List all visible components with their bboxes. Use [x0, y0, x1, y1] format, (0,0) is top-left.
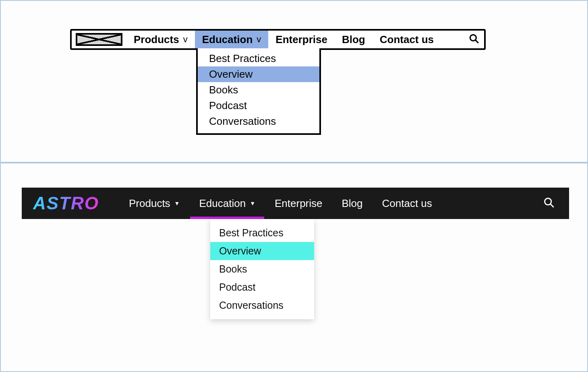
- dropdown-item-best-practices[interactable]: Best Practices: [210, 224, 314, 242]
- nav-item-enterprise[interactable]: Enterprise: [268, 31, 335, 48]
- brand-logo[interactable]: astro: [33, 193, 99, 213]
- wireframe-panel: Products v Education v Enterprise Blog C…: [1, 1, 587, 163]
- nav-items: Products ▼ Education ▼ Enterprise Blog C…: [119, 188, 442, 219]
- dropdown-item-conversations[interactable]: Conversations: [210, 296, 314, 314]
- site-navbar: astro Products ▼ Education ▼ Enterprise …: [22, 188, 569, 219]
- wireframe-dropdown-education: Best Practices Overview Books Podcast Co…: [196, 48, 321, 135]
- nav-item-label: Products: [134, 33, 179, 46]
- nav-item-label: Blog: [342, 197, 362, 210]
- nav-item-contact-us[interactable]: Contact us: [373, 188, 442, 219]
- nav-item-education[interactable]: Education v: [195, 31, 269, 48]
- nav-item-label: Enterprise: [275, 33, 327, 46]
- chevron-down-icon: v: [183, 34, 188, 45]
- site-dropdown-education: Best Practices Overview Books Podcast Co…: [210, 219, 314, 319]
- dropdown-item-podcast[interactable]: Podcast: [210, 278, 314, 296]
- nav-item-products[interactable]: Products ▼: [119, 188, 189, 219]
- chevron-down-icon: v: [257, 34, 261, 45]
- dropdown-item-podcast[interactable]: Podcast: [198, 98, 319, 114]
- chevron-down-icon: ▼: [250, 200, 255, 207]
- nav-item-label: Blog: [342, 33, 365, 46]
- search-button[interactable]: [540, 197, 558, 210]
- logo-placeholder-icon: [76, 33, 122, 46]
- search-icon: [543, 203, 555, 209]
- nav-item-blog[interactable]: Blog: [332, 188, 372, 219]
- dropdown-item-best-practices[interactable]: Best Practices: [198, 51, 319, 66]
- dropdown-item-overview[interactable]: Overview: [210, 242, 314, 260]
- dropdown-item-conversations[interactable]: Conversations: [198, 114, 319, 129]
- svg-line-3: [551, 204, 554, 207]
- svg-line-1: [475, 40, 478, 43]
- dropdown-item-books[interactable]: Books: [210, 260, 314, 278]
- nav-item-blog[interactable]: Blog: [335, 31, 373, 48]
- nav-item-label: Enterprise: [275, 197, 323, 210]
- nav-item-enterprise[interactable]: Enterprise: [265, 188, 332, 219]
- nav-item-label: Education: [199, 197, 246, 210]
- nav-item-contact-us[interactable]: Contact us: [373, 31, 441, 48]
- dropdown-item-overview[interactable]: Overview: [198, 66, 319, 82]
- svg-point-2: [545, 198, 551, 205]
- nav-item-education[interactable]: Education ▼: [189, 188, 265, 219]
- spacer: [441, 31, 464, 48]
- nav-item-label: Products: [129, 197, 170, 210]
- dropdown-item-books[interactable]: Books: [198, 82, 319, 98]
- nav-item-label: Education: [202, 33, 253, 46]
- search-button[interactable]: [464, 31, 484, 48]
- nav-item-label: Contact us: [380, 33, 434, 46]
- nav-item-label: Contact us: [382, 197, 432, 210]
- polished-panel: astro Products ▼ Education ▼ Enterprise …: [1, 163, 587, 370]
- chevron-down-icon: ▼: [174, 200, 180, 207]
- wireframe-navbar: Products v Education v Enterprise Blog C…: [70, 29, 486, 50]
- svg-point-0: [470, 35, 476, 41]
- nav-item-products[interactable]: Products v: [126, 31, 195, 48]
- search-icon: [469, 33, 479, 45]
